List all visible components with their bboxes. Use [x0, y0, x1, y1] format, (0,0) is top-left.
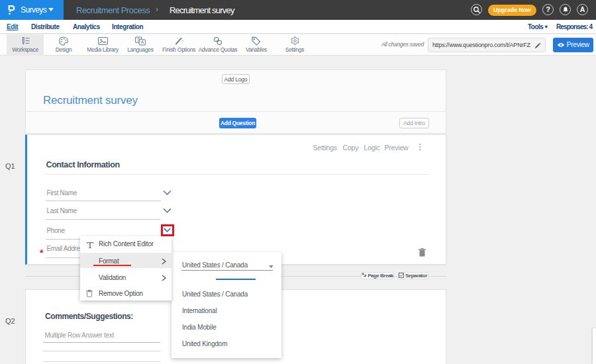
svg-text:文: 文 — [137, 37, 141, 42]
svg-text:A: A — [141, 40, 144, 44]
